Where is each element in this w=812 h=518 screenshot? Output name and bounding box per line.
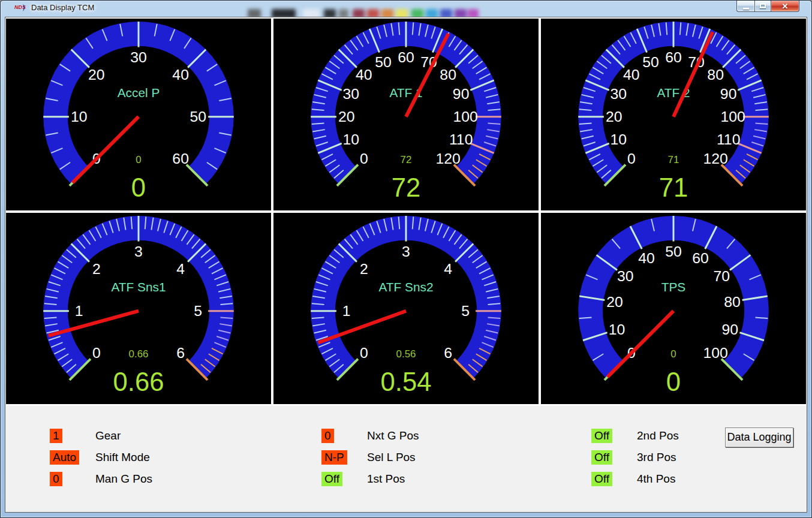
window-content: 0102030405060Accel P00 01020304050607080… — [5, 17, 807, 513]
status-badge: 0 — [321, 429, 334, 443]
gauge-title: TPS — [661, 279, 686, 293]
gauge-tick-label: 110 — [717, 131, 741, 147]
gauge-tick-label: 120 — [703, 150, 727, 167]
gauge-accel-p: 0102030405060Accel P00 — [6, 19, 271, 210]
title-bar[interactable]: NDS Data Display TCM ✕ — [5, 1, 807, 17]
gauge-tick-label: 0 — [92, 345, 101, 361]
gauge-tick-label: 80 — [440, 67, 456, 83]
gauge-tick-label: 40 — [356, 67, 372, 83]
minimize-button[interactable] — [736, 1, 754, 12]
status-badge: Auto — [50, 450, 79, 465]
gauge-tick-label: 90 — [720, 86, 737, 102]
gauge-tick-label: 0 — [360, 345, 368, 361]
status-label: Man G Pos — [95, 472, 152, 486]
maximize-icon — [760, 4, 766, 8]
gauge-tick-label: 20 — [88, 67, 105, 83]
gauge-tick-label: 30 — [617, 267, 634, 284]
gauge-tick-label: 5 — [461, 303, 470, 319]
gauge-tick-label: 1 — [75, 303, 83, 319]
gauge-tick-label: 10 — [71, 109, 88, 125]
status-badge: Off — [591, 429, 612, 443]
gauge-tick-label: 2 — [92, 261, 101, 277]
data-logging-button[interactable]: Data Logging — [725, 427, 793, 447]
status-column-2: 0Nxt G PosN-PSel L PosOff1st Pos — [321, 429, 419, 493]
status-badge: 1 — [50, 429, 62, 443]
gauge-needle — [73, 117, 139, 183]
gauge-small-value: 0 — [136, 154, 141, 165]
status-label: 2nd Pos — [637, 429, 679, 442]
gauge-grid: 0102030405060Accel P00 01020304050607080… — [5, 17, 807, 406]
status-row: 0Nxt G Pos — [321, 429, 419, 443]
gauge-tick-label: 20 — [606, 293, 623, 309]
maximize-button[interactable] — [754, 1, 771, 12]
status-label: Nxt G Pos — [367, 429, 419, 442]
gauge-atf-1: 0102030405060708090100110120ATF 17272 — [273, 19, 539, 210]
status-row: N-PSel L Pos — [321, 450, 419, 465]
window-title: Data Display TCM — [31, 3, 94, 12]
gauge-small-value: 72 — [401, 154, 412, 165]
gauge-title: ATF Sns2 — [378, 279, 433, 293]
close-icon: ✕ — [782, 2, 789, 10]
status-badge: Off — [321, 472, 342, 486]
status-label: 1st Pos — [367, 472, 405, 486]
gauge-tick-label: 50 — [665, 243, 682, 259]
gauge-tick-label: 3 — [134, 243, 143, 259]
gauge-tick-label: 4 — [176, 261, 185, 277]
gauge-tick-label: 40 — [623, 67, 640, 83]
status-column-1: 1GearAutoShift Mode0Man G Pos — [50, 429, 152, 493]
gauge-small-value: 0.56 — [396, 348, 416, 359]
gauge-tick-label: 40 — [172, 67, 189, 83]
gauge-tick-label: 80 — [724, 293, 741, 309]
close-button[interactable]: ✕ — [771, 1, 799, 12]
status-row: 0Man G Pos — [50, 472, 152, 486]
gauge-tick-label: 1 — [342, 303, 351, 319]
gauge-tick-label: 60 — [172, 150, 189, 167]
status-label: 3rd Pos — [637, 451, 676, 464]
gauge-tick-label: 60 — [665, 49, 682, 65]
gauge-big-value: 72 — [392, 173, 421, 202]
status-badge: N-P — [321, 450, 347, 465]
gauge-tick-label: 100 — [721, 109, 745, 125]
status-badge: Off — [591, 450, 612, 465]
gauge-title: Accel P — [118, 86, 160, 100]
gauge-tick-label: 5 — [194, 303, 202, 319]
gauge-tick-label: 50 — [375, 54, 392, 70]
gauge-tick-label: 20 — [606, 109, 622, 125]
gauge-tick-label: 2 — [360, 261, 368, 277]
gauge-atf-sns1: 0123456ATF Sns10.660.66 — [6, 213, 271, 405]
gauge-tick-label: 120 — [435, 150, 460, 167]
gauge-tick-label: 80 — [707, 67, 724, 83]
gauge-tick-label: 30 — [610, 86, 627, 102]
status-panel: 1GearAutoShift Mode0Man G Pos 0Nxt G Pos… — [5, 406, 807, 512]
gauge-tick-label: 10 — [343, 131, 360, 147]
gauge-big-value: 0 — [666, 367, 681, 396]
nds-logo-icon: NDS — [14, 3, 26, 13]
status-label: Gear — [95, 429, 121, 442]
gauge-tick-label: 10 — [610, 131, 627, 147]
gauge-big-value: 0 — [131, 173, 146, 202]
gauge-tick-label: 30 — [343, 86, 360, 102]
gauge-tick-label: 100 — [703, 345, 727, 361]
gauge-atf-2: 0102030405060708090100110120ATF 27171 — [541, 19, 806, 210]
gauge-tick-label: 10 — [609, 321, 625, 337]
glass-reflection — [5, 1, 807, 17]
status-row: AutoShift Mode — [50, 450, 152, 465]
gauge-tick-label: 90 — [722, 321, 739, 337]
gauge-tick-label: 40 — [638, 249, 655, 266]
status-row: Off3rd Pos — [591, 450, 679, 465]
status-label: Shift Mode — [95, 451, 150, 464]
gauge-tick-label: 30 — [130, 49, 147, 65]
status-row: Off2nd Pos — [591, 429, 679, 443]
gauge-small-value: 71 — [668, 154, 679, 165]
gauge-tick-label: 70 — [713, 267, 730, 284]
gauge-tick-label: 6 — [176, 345, 185, 361]
status-column-3: Off2nd PosOff3rd PosOff4th Pos — [591, 429, 679, 493]
gauge-tps: 0102030405060708090100TPS00 — [541, 213, 806, 405]
status-row: Off1st Pos — [321, 472, 419, 486]
gauge-small-value: 0 — [670, 348, 676, 359]
gauge-title: ATF Sns1 — [111, 279, 166, 293]
status-badge: 0 — [50, 472, 62, 486]
gauge-small-value: 0.66 — [129, 348, 149, 359]
status-badge: Off — [591, 472, 612, 486]
app-window: NDS Data Display TCM ✕ 0102030405060Acce… — [0, 0, 812, 518]
